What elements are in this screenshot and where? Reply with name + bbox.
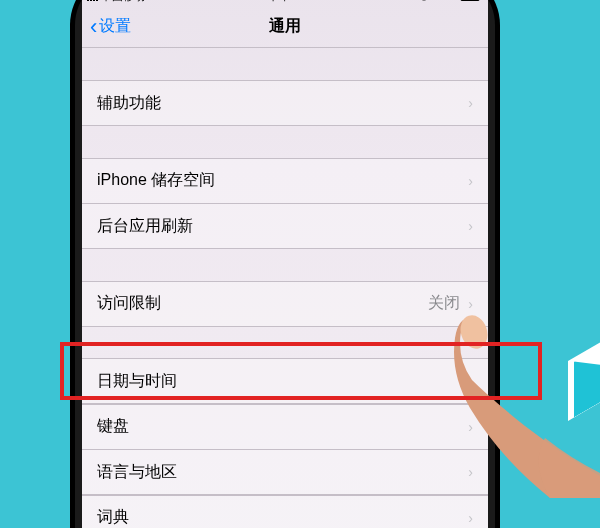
row-language-region[interactable]: 语言与地区 › — [82, 449, 488, 495]
back-button[interactable]: ‹ 设置 — [90, 16, 131, 38]
chevron-right-icon: › — [468, 173, 473, 189]
orientation-lock-icon — [418, 0, 430, 3]
row-label: 辅助功能 — [97, 93, 161, 114]
battery-icon — [460, 0, 483, 1]
row-date-time[interactable]: 日期与时间 › — [82, 358, 488, 404]
row-keyboard[interactable]: 键盘 › — [82, 404, 488, 450]
status-left: 中国移动 — [87, 0, 161, 4]
row-accessibility[interactable]: 辅助功能 › — [82, 80, 488, 126]
carrier-label: 中国移动 — [101, 0, 145, 4]
chevron-right-icon: › — [468, 510, 473, 526]
chevron-right-icon: › — [468, 95, 473, 111]
row-label: 日期与时间 — [97, 371, 177, 392]
settings-list: 辅助功能 › iPhone 储存空间 › 后台应用刷新 › 访问限制 关闭 — [82, 48, 488, 528]
battery-pct: 37% — [434, 0, 456, 2]
back-label: 设置 — [99, 16, 131, 37]
row-label: 词典 — [97, 507, 129, 528]
row-background-refresh[interactable]: 后台应用刷新 › — [82, 203, 488, 249]
row-label: 访问限制 — [97, 293, 161, 314]
screen: 中国移动 下午3:24 37% — [82, 0, 488, 528]
page-title: 通用 — [82, 16, 488, 37]
signal-icon — [87, 0, 98, 1]
wifi-icon — [148, 0, 161, 2]
chevron-left-icon: ‹ — [90, 16, 97, 38]
row-dictionary[interactable]: 词典 › — [82, 495, 488, 529]
status-time: 下午3:24 — [268, 0, 311, 4]
finger-pointer — [430, 308, 600, 498]
row-restrictions[interactable]: 访问限制 关闭 › — [82, 281, 488, 327]
chevron-right-icon: › — [468, 218, 473, 234]
status-right: 37% — [418, 0, 483, 3]
row-label: 键盘 — [97, 416, 129, 437]
row-label: iPhone 储存空间 — [97, 170, 215, 191]
row-label: 语言与地区 — [97, 462, 177, 483]
svg-point-1 — [456, 312, 491, 352]
row-label: 后台应用刷新 — [97, 216, 193, 237]
row-iphone-storage[interactable]: iPhone 储存空间 › — [82, 158, 488, 204]
nav-bar: ‹ 设置 通用 — [82, 6, 488, 48]
